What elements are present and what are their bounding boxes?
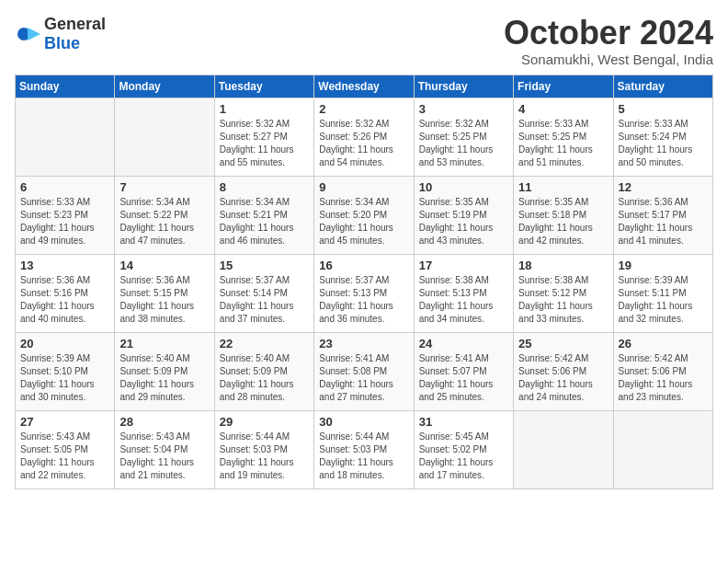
day-number: 19 — [619, 259, 708, 272]
calendar-cell — [514, 410, 613, 488]
day-number: 21 — [119, 337, 209, 350]
day-info: Sunrise: 5:33 AM Sunset: 5:25 PM Dayligh… — [518, 118, 608, 169]
day-info: Sunrise: 5:41 AM Sunset: 5:07 PM Dayligh… — [419, 352, 508, 404]
day-info: Sunrise: 5:43 AM Sunset: 5:05 PM Dayligh… — [20, 431, 109, 482]
calendar-cell: 5Sunrise: 5:33 AM Sunset: 5:24 PM Daylig… — [613, 98, 712, 176]
calendar-cell: 23Sunrise: 5:41 AM Sunset: 5:08 PM Dayli… — [314, 332, 414, 410]
day-number: 30 — [319, 415, 408, 429]
day-number: 31 — [419, 415, 508, 429]
day-info: Sunrise: 5:42 AM Sunset: 5:06 PM Dayligh… — [619, 352, 708, 404]
day-info: Sunrise: 5:41 AM Sunset: 5:08 PM Dayligh… — [319, 352, 408, 404]
day-info: Sunrise: 5:37 AM Sunset: 5:14 PM Dayligh… — [220, 274, 309, 326]
day-info: Sunrise: 5:40 AM Sunset: 5:09 PM Dayligh… — [220, 352, 309, 404]
day-number: 22 — [220, 337, 309, 350]
day-number: 14 — [119, 259, 209, 272]
day-header-wednesday: Wednesday — [314, 75, 414, 98]
calendar-cell: 28Sunrise: 5:43 AM Sunset: 5:04 PM Dayli… — [115, 410, 214, 488]
day-number: 1 — [220, 102, 309, 116]
calendar-cell — [16, 98, 115, 176]
calendar-cell: 10Sunrise: 5:35 AM Sunset: 5:19 PM Dayli… — [414, 176, 513, 254]
calendar-cell: 17Sunrise: 5:38 AM Sunset: 5:13 PM Dayli… — [414, 254, 513, 332]
day-header-sunday: Sunday — [16, 75, 115, 98]
calendar-cell: 14Sunrise: 5:36 AM Sunset: 5:15 PM Dayli… — [115, 254, 214, 332]
calendar-cell: 1Sunrise: 5:32 AM Sunset: 5:27 PM Daylig… — [214, 98, 313, 176]
day-info: Sunrise: 5:33 AM Sunset: 5:23 PM Dayligh… — [20, 196, 109, 247]
day-number: 28 — [119, 415, 209, 429]
logo-text-general: General — [44, 15, 106, 33]
day-number: 3 — [419, 102, 508, 116]
day-header-friday: Friday — [514, 75, 613, 98]
calendar-cell — [613, 410, 712, 488]
logo-text-blue: Blue — [44, 34, 80, 52]
day-info: Sunrise: 5:35 AM Sunset: 5:18 PM Dayligh… — [518, 196, 608, 247]
day-number: 5 — [619, 102, 708, 116]
calendar-cell: 13Sunrise: 5:36 AM Sunset: 5:16 PM Dayli… — [16, 254, 115, 332]
day-info: Sunrise: 5:34 AM Sunset: 5:22 PM Dayligh… — [119, 196, 209, 247]
calendar-cell: 15Sunrise: 5:37 AM Sunset: 5:14 PM Dayli… — [214, 254, 313, 332]
day-info: Sunrise: 5:44 AM Sunset: 5:03 PM Dayligh… — [319, 431, 408, 482]
day-info: Sunrise: 5:40 AM Sunset: 5:09 PM Dayligh… — [119, 352, 209, 404]
day-info: Sunrise: 5:37 AM Sunset: 5:13 PM Dayligh… — [319, 274, 408, 326]
logo-icon — [15, 21, 40, 47]
calendar-cell: 6Sunrise: 5:33 AM Sunset: 5:23 PM Daylig… — [16, 176, 115, 254]
calendar-cell: 8Sunrise: 5:34 AM Sunset: 5:21 PM Daylig… — [214, 176, 313, 254]
day-number: 18 — [518, 259, 608, 272]
day-number: 17 — [419, 259, 508, 272]
day-number: 9 — [319, 180, 408, 194]
calendar-cell: 31Sunrise: 5:45 AM Sunset: 5:02 PM Dayli… — [414, 410, 513, 488]
day-number: 7 — [119, 180, 209, 194]
calendar-cell: 9Sunrise: 5:34 AM Sunset: 5:20 PM Daylig… — [314, 176, 414, 254]
day-info: Sunrise: 5:36 AM Sunset: 5:17 PM Dayligh… — [619, 196, 708, 247]
day-info: Sunrise: 5:44 AM Sunset: 5:03 PM Dayligh… — [220, 431, 309, 482]
day-number: 15 — [220, 259, 309, 272]
calendar-cell: 4Sunrise: 5:33 AM Sunset: 5:25 PM Daylig… — [514, 98, 613, 176]
day-header-thursday: Thursday — [414, 75, 513, 98]
logo: General Blue — [15, 15, 106, 53]
calendar-cell: 25Sunrise: 5:42 AM Sunset: 5:06 PM Dayli… — [514, 332, 613, 410]
day-info: Sunrise: 5:38 AM Sunset: 5:12 PM Dayligh… — [518, 274, 608, 326]
month-title: October 2024 — [504, 15, 713, 52]
calendar-cell: 20Sunrise: 5:39 AM Sunset: 5:10 PM Dayli… — [16, 332, 115, 410]
calendar-cell: 29Sunrise: 5:44 AM Sunset: 5:03 PM Dayli… — [214, 410, 313, 488]
day-info: Sunrise: 5:36 AM Sunset: 5:15 PM Dayligh… — [119, 274, 209, 326]
calendar-cell: 19Sunrise: 5:39 AM Sunset: 5:11 PM Dayli… — [613, 254, 712, 332]
day-number: 25 — [518, 337, 608, 350]
calendar-week-row: 1Sunrise: 5:32 AM Sunset: 5:27 PM Daylig… — [16, 98, 713, 176]
day-info: Sunrise: 5:38 AM Sunset: 5:13 PM Dayligh… — [419, 274, 508, 326]
day-header-monday: Monday — [115, 75, 214, 98]
calendar-cell: 12Sunrise: 5:36 AM Sunset: 5:17 PM Dayli… — [613, 176, 712, 254]
svg-marker-1 — [28, 28, 40, 40]
day-number: 23 — [319, 337, 408, 350]
calendar-cell: 26Sunrise: 5:42 AM Sunset: 5:06 PM Dayli… — [613, 332, 712, 410]
day-number: 13 — [20, 259, 109, 272]
day-info: Sunrise: 5:34 AM Sunset: 5:20 PM Dayligh… — [319, 196, 408, 247]
calendar-cell: 18Sunrise: 5:38 AM Sunset: 5:12 PM Dayli… — [514, 254, 613, 332]
day-number: 12 — [619, 180, 708, 194]
day-info: Sunrise: 5:39 AM Sunset: 5:10 PM Dayligh… — [20, 352, 109, 404]
calendar-cell: 7Sunrise: 5:34 AM Sunset: 5:22 PM Daylig… — [115, 176, 214, 254]
page-header: General Blue October 2024 Sonamukhi, Wes… — [15, 15, 713, 67]
calendar-cell: 24Sunrise: 5:41 AM Sunset: 5:07 PM Dayli… — [414, 332, 513, 410]
day-number: 27 — [20, 415, 109, 429]
calendar-cell: 16Sunrise: 5:37 AM Sunset: 5:13 PM Dayli… — [314, 254, 414, 332]
calendar-table: SundayMondayTuesdayWednesdayThursdayFrid… — [15, 75, 713, 489]
day-header-tuesday: Tuesday — [214, 75, 313, 98]
calendar-cell: 27Sunrise: 5:43 AM Sunset: 5:05 PM Dayli… — [16, 410, 115, 488]
calendar-header-row: SundayMondayTuesdayWednesdayThursdayFrid… — [16, 75, 713, 98]
day-info: Sunrise: 5:32 AM Sunset: 5:27 PM Dayligh… — [220, 118, 309, 169]
day-info: Sunrise: 5:35 AM Sunset: 5:19 PM Dayligh… — [419, 196, 508, 247]
day-number: 26 — [619, 337, 708, 350]
day-number: 24 — [419, 337, 508, 350]
location-subtitle: Sonamukhi, West Bengal, India — [504, 52, 713, 67]
day-number: 11 — [518, 180, 608, 194]
day-info: Sunrise: 5:43 AM Sunset: 5:04 PM Dayligh… — [119, 431, 209, 482]
day-info: Sunrise: 5:42 AM Sunset: 5:06 PM Dayligh… — [518, 352, 608, 404]
day-number: 10 — [419, 180, 508, 194]
calendar-cell: 3Sunrise: 5:32 AM Sunset: 5:25 PM Daylig… — [414, 98, 513, 176]
calendar-cell: 30Sunrise: 5:44 AM Sunset: 5:03 PM Dayli… — [314, 410, 414, 488]
day-number: 4 — [518, 102, 608, 116]
day-info: Sunrise: 5:32 AM Sunset: 5:25 PM Dayligh… — [419, 118, 508, 169]
calendar-week-row: 6Sunrise: 5:33 AM Sunset: 5:23 PM Daylig… — [16, 176, 713, 254]
day-number: 2 — [319, 102, 408, 116]
calendar-cell: 21Sunrise: 5:40 AM Sunset: 5:09 PM Dayli… — [115, 332, 214, 410]
